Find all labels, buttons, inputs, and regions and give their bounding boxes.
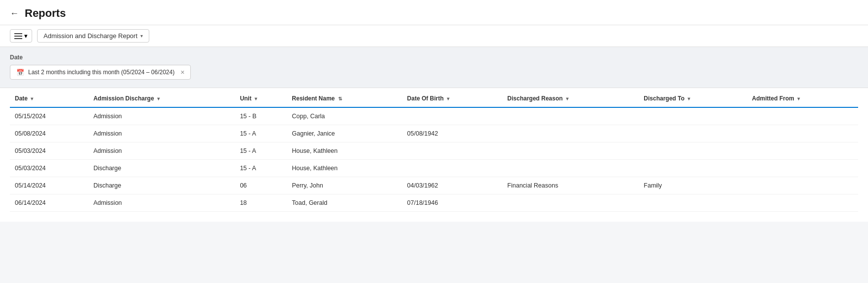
calendar-icon: 📅 <box>16 69 24 76</box>
date-filter-label: Date <box>10 54 858 61</box>
table-cell: 05/14/2024 <box>10 177 88 194</box>
table-row: 05/03/2024Admission15 - AHouse, Kathleen <box>10 142 858 160</box>
col-date-of-birth[interactable]: Date Of Birth ▾ <box>402 88 503 107</box>
col-dr-sort-icon: ▾ <box>566 96 568 101</box>
table-cell: Gagnier, Janice <box>287 125 402 142</box>
report-selector-button[interactable]: Admission and Discharge Report ▾ <box>37 29 149 43</box>
table-cell <box>502 194 639 212</box>
table-cell <box>747 107 858 125</box>
hamburger-icon <box>14 33 22 39</box>
page-header: ← Reports <box>0 0 868 25</box>
col-date-sort-icon: ▾ <box>31 96 33 101</box>
table-cell: Perry, John <box>287 177 402 194</box>
col-af-label: Admitted From <box>752 95 794 102</box>
table-cell <box>747 142 858 160</box>
col-unit[interactable]: Unit ▾ <box>235 88 287 107</box>
col-discharged-to[interactable]: Discharged To ▾ <box>639 88 747 107</box>
filters-area: Date 📅 Last 2 months including this mont… <box>0 47 868 88</box>
col-ad-sort-icon: ▾ <box>157 96 160 101</box>
col-dob-label: Date Of Birth <box>407 95 444 102</box>
table-cell: Admission <box>88 194 235 212</box>
col-date[interactable]: Date ▾ <box>10 88 88 107</box>
table-row: 05/14/2024Discharge06Perry, John04/03/19… <box>10 177 858 194</box>
table-cell: 15 - B <box>235 107 287 125</box>
table-cell <box>402 160 503 177</box>
table-cell <box>639 107 747 125</box>
date-filter-close-button[interactable]: × <box>180 68 184 76</box>
col-admitted-from[interactable]: Admitted From ▾ <box>747 88 858 107</box>
table-header: Date ▾ Admission Discharge ▾ Unit ▾ Resi… <box>10 88 858 107</box>
table-cell: Financial Reasons <box>502 177 639 194</box>
col-dr-label: Discharged Reason <box>507 95 563 102</box>
back-button[interactable]: ← <box>10 8 19 19</box>
col-af-sort-icon: ▾ <box>797 96 800 101</box>
table-cell <box>639 142 747 160</box>
table-cell <box>639 160 747 177</box>
table-cell: Family <box>639 177 747 194</box>
table-cell: Discharge <box>88 177 235 194</box>
hamburger-menu-button[interactable]: ▾ <box>10 29 32 43</box>
table-cell: 05/03/2024 <box>10 160 88 177</box>
table-header-row: Date ▾ Admission Discharge ▾ Unit ▾ Resi… <box>10 88 858 107</box>
table-row: 05/08/2024Admission15 - AGagnier, Janice… <box>10 125 858 142</box>
table-row: 05/03/2024Discharge15 - AHouse, Kathleen <box>10 160 858 177</box>
table-cell <box>402 107 503 125</box>
table-cell: Toad, Gerald <box>287 194 402 212</box>
table-cell: 04/03/1962 <box>402 177 503 194</box>
date-filter-value: Last 2 months including this month (05/2… <box>28 69 174 76</box>
table-cell: 15 - A <box>235 125 287 142</box>
col-unit-sort-icon: ▾ <box>255 96 257 101</box>
col-unit-label: Unit <box>240 95 251 102</box>
col-dob-sort-icon: ▾ <box>447 96 449 101</box>
table-body: 05/15/2024Admission15 - BCopp, Carla05/0… <box>10 107 858 212</box>
table-cell <box>502 125 639 142</box>
table-cell <box>502 160 639 177</box>
table-cell <box>747 125 858 142</box>
table-cell: 05/08/2024 <box>10 125 88 142</box>
col-dt-label: Discharged To <box>644 95 684 102</box>
table-cell: Admission <box>88 107 235 125</box>
table-area: Date ▾ Admission Discharge ▾ Unit ▾ Resi… <box>0 88 868 222</box>
table-cell: 05/08/1942 <box>402 125 503 142</box>
report-selector-chevron: ▾ <box>140 33 143 39</box>
col-dt-sort-icon: ▾ <box>688 96 690 101</box>
table-cell: 15 - A <box>235 142 287 160</box>
table-cell: 06/14/2024 <box>10 194 88 212</box>
table-cell <box>747 160 858 177</box>
table-cell: 07/18/1946 <box>402 194 503 212</box>
table-cell: House, Kathleen <box>287 160 402 177</box>
table-cell: Admission <box>88 125 235 142</box>
table-cell <box>402 142 503 160</box>
report-selector-label: Admission and Discharge Report <box>43 32 137 40</box>
table-cell: 15 - A <box>235 160 287 177</box>
table-cell: 18 <box>235 194 287 212</box>
table-cell <box>639 194 747 212</box>
hamburger-chevron: ▾ <box>24 32 28 40</box>
table-cell: 06 <box>235 177 287 194</box>
table-cell: Discharge <box>88 160 235 177</box>
col-date-label: Date <box>15 95 28 102</box>
report-table: Date ▾ Admission Discharge ▾ Unit ▾ Resi… <box>10 88 858 212</box>
col-rn-filter-icon: ⇅ <box>338 96 342 101</box>
table-cell <box>639 125 747 142</box>
col-admission-discharge[interactable]: Admission Discharge ▾ <box>88 88 235 107</box>
table-cell <box>502 107 639 125</box>
table-cell <box>747 194 858 212</box>
toolbar: ▾ Admission and Discharge Report ▾ <box>0 25 868 47</box>
col-discharged-reason[interactable]: Discharged Reason ▾ <box>502 88 639 107</box>
table-cell: Copp, Carla <box>287 107 402 125</box>
table-cell: Admission <box>88 142 235 160</box>
table-cell <box>747 177 858 194</box>
col-ad-label: Admission Discharge <box>93 95 154 102</box>
table-cell: House, Kathleen <box>287 142 402 160</box>
table-row: 06/14/2024Admission18Toad, Gerald07/18/1… <box>10 194 858 212</box>
table-cell: 05/15/2024 <box>10 107 88 125</box>
date-filter-pill[interactable]: 📅 Last 2 months including this month (05… <box>10 65 191 80</box>
table-cell <box>502 142 639 160</box>
page-title: Reports <box>25 7 66 20</box>
table-cell: 05/03/2024 <box>10 142 88 160</box>
col-rn-label: Resident Name <box>292 95 335 102</box>
col-resident-name[interactable]: Resident Name ⇅ <box>287 88 402 107</box>
table-row: 05/15/2024Admission15 - BCopp, Carla <box>10 107 858 125</box>
